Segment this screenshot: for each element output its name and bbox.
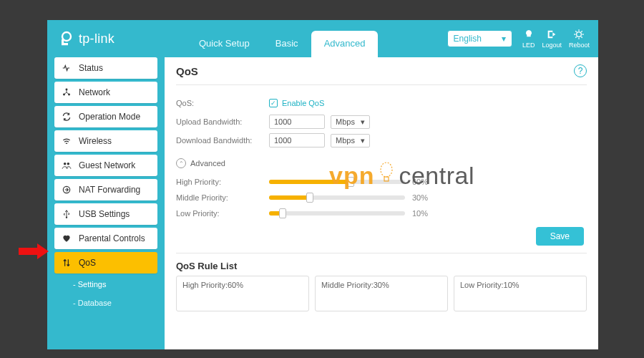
reboot-button[interactable]: Reboot: [569, 29, 590, 49]
logout-button[interactable]: Logout: [542, 29, 562, 49]
language-select[interactable]: English ▾: [447, 30, 512, 47]
sidebar-item-operation-mode[interactable]: Operation Mode: [54, 106, 157, 127]
pulse-icon: [62, 63, 72, 73]
annotation-arrow-icon: [19, 243, 49, 259]
rule-card-high: High Priority:60%: [176, 276, 309, 311]
chevron-up-icon: ⌃: [176, 158, 186, 168]
sidebar-item-status[interactable]: Status: [54, 57, 157, 79]
logout-icon: [546, 29, 557, 40]
main-panel: QoS ? QoS: ✓ Enable QoS Upload Bandwidth…: [165, 57, 598, 349]
heart-icon: [62, 233, 72, 243]
sidebar-item-guest-network[interactable]: Guest Network: [54, 155, 157, 176]
divider: [176, 253, 587, 253]
enable-qos-checkbox[interactable]: ✓: [269, 99, 278, 107]
download-bandwidth-label: Download Bandwidth:: [176, 136, 269, 145]
qos-icon: [62, 258, 72, 268]
language-value: English: [454, 34, 482, 44]
chevron-down-icon: ▾: [502, 34, 506, 44]
upload-unit-select[interactable]: Mbps▾: [331, 115, 370, 129]
rule-card-low: Low Priority:10%: [454, 276, 587, 311]
save-button[interactable]: Save: [536, 227, 584, 246]
tab-advanced[interactable]: Advanced: [311, 31, 379, 57]
sidebar-item-qos[interactable]: QoS: [54, 252, 157, 274]
high-priority-value: 60%: [412, 178, 428, 186]
usb-icon: [62, 209, 72, 219]
high-priority-slider[interactable]: [269, 180, 405, 184]
upload-bandwidth-label: Upload Bandwidth:: [176, 117, 269, 126]
led-button[interactable]: LED: [522, 29, 535, 49]
sidebar-subitem-settings[interactable]: - Settings: [54, 276, 157, 292]
low-priority-value: 10%: [412, 209, 428, 218]
sidebar-item-wireless[interactable]: Wireless: [54, 130, 157, 152]
slider-thumb[interactable]: [306, 193, 313, 203]
sidebar: Status Network Operation Mode Wireless G…: [47, 57, 165, 349]
svg-point-3: [577, 32, 582, 37]
high-priority-label: High Priority:: [176, 178, 269, 186]
led-icon: [523, 29, 535, 40]
page-title: QoS: [176, 65, 198, 77]
rule-list-title: QoS Rule List: [165, 259, 598, 276]
sidebar-subitem-database[interactable]: - Database: [54, 295, 157, 311]
tplink-logo-icon: [57, 30, 74, 47]
wifi-icon: [62, 136, 72, 146]
sidebar-item-network[interactable]: Network: [54, 82, 157, 103]
svg-point-8: [67, 163, 70, 165]
slider-thumb[interactable]: [279, 208, 286, 218]
slider-thumb[interactable]: [347, 177, 354, 187]
tabs: Quick Setup Basic Advanced: [186, 20, 378, 57]
topbar: tp-link Quick Setup Basic Advanced Engli…: [47, 20, 598, 57]
middle-priority-value: 30%: [412, 193, 428, 202]
chevron-down-icon: ▾: [361, 136, 365, 145]
logo-text: tp-link: [79, 32, 114, 47]
svg-point-7: [64, 163, 67, 165]
middle-priority-label: Middle Priority:: [176, 193, 269, 202]
qos-label: QoS:: [176, 99, 269, 107]
header-icons: LED Logout Reboot: [522, 29, 598, 49]
nat-icon: [62, 185, 72, 195]
svg-point-4: [66, 88, 68, 90]
network-icon: [62, 87, 72, 97]
sidebar-item-nat-forwarding[interactable]: NAT Forwarding: [54, 179, 157, 200]
low-priority-label: Low Priority:: [176, 209, 269, 218]
upload-bandwidth-input[interactable]: [269, 115, 325, 129]
download-unit-select[interactable]: Mbps▾: [331, 134, 370, 147]
guest-icon: [62, 160, 72, 170]
tab-quick-setup[interactable]: Quick Setup: [186, 31, 263, 57]
help-icon[interactable]: ?: [574, 64, 587, 77]
sidebar-item-parental-controls[interactable]: Parental Controls: [54, 228, 157, 249]
enable-qos-label: Enable QoS: [282, 99, 324, 107]
rule-card-middle: Middle Priority:30%: [315, 276, 448, 311]
svg-rect-2: [62, 43, 68, 45]
sync-icon: [62, 112, 72, 122]
chevron-down-icon: ▾: [361, 117, 365, 127]
advanced-toggle[interactable]: ⌃ Advanced: [165, 153, 598, 171]
sidebar-item-usb-settings[interactable]: USB Settings: [54, 203, 157, 225]
divider: [176, 84, 587, 85]
logo: tp-link: [47, 30, 165, 47]
reboot-icon: [573, 29, 585, 40]
middle-priority-slider[interactable]: [269, 195, 405, 200]
download-bandwidth-input[interactable]: [269, 133, 325, 147]
tab-basic[interactable]: Basic: [263, 31, 311, 57]
low-priority-slider[interactable]: [269, 211, 405, 216]
svg-point-10: [66, 217, 67, 218]
